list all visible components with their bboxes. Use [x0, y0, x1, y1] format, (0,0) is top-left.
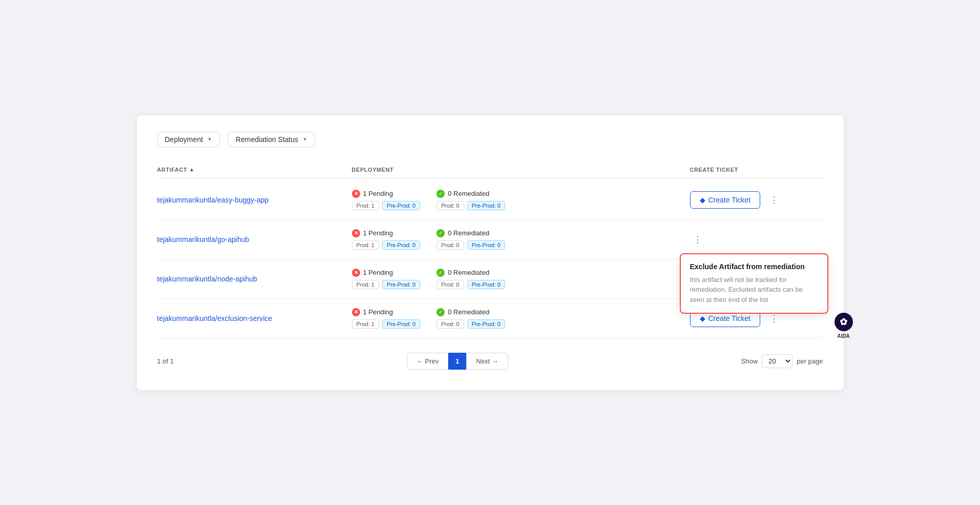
pending-prod-tag: Prod: 1: [352, 319, 379, 329]
pending-status: ✕ 1 Pending: [352, 269, 421, 277]
per-page-select[interactable]: 20 50 100: [762, 354, 793, 368]
col-artifact: ARTIFACT ▲: [157, 167, 352, 173]
remediated-prod-tag: Prod: 0: [436, 319, 464, 329]
pending-status: ✕ 1 Pending: [352, 229, 421, 237]
more-options-button[interactable]: ⋮: [690, 233, 705, 246]
deployment-cell: ✕ 1 Pending Prod: 1 Pre-Prod: 0 ✓ 0 Reme…: [352, 229, 690, 250]
remediated-tags: Prod: 0 Pre-Prod: 0: [436, 201, 505, 210]
deployment-filter[interactable]: Deployment ▼: [157, 132, 220, 147]
remediated-preprod-tag: Pre-Prod: 0: [467, 201, 505, 210]
artifact-link[interactable]: tejakummarikuntla/easy-buggy-app: [157, 196, 269, 204]
remediated-preprod-tag: Pre-Prod: 0: [467, 280, 505, 289]
table-header: ARTIFACT ▲ DEPLOYMENT CREATE TICKET: [157, 161, 823, 178]
col-deployment: DEPLOYMENT: [352, 167, 690, 173]
remediated-prod-tag: Prod: 0: [436, 280, 464, 289]
sort-icon: ▲: [189, 167, 194, 172]
col-create-ticket: CREATE TICKET: [690, 167, 823, 173]
ticket-cell: ◆ Create Ticket ⋮: [690, 191, 823, 209]
table-row: tejakummarikuntla/go-apihub ✕ 1 Pending …: [157, 220, 823, 259]
more-options-button[interactable]: ⋮: [766, 193, 782, 207]
artifact-link[interactable]: tejakummarikuntla/node-apihub: [157, 275, 257, 283]
pending-tags: Prod: 1 Pre-Prod: 0: [352, 201, 421, 210]
deployment-cell: ✕ 1 Pending Prod: 1 Pre-Prod: 0 ✓ 0 Reme…: [352, 308, 690, 329]
artifact-link[interactable]: tejakummarikuntla/go-apihub: [157, 235, 249, 244]
artifact-cell: tejakummarikuntla/go-apihub: [157, 235, 352, 244]
aida-icon: ✿: [835, 313, 853, 331]
filters-row: Deployment ▼ Remediation Status ▼: [157, 132, 823, 147]
deployment-cell: ✕ 1 Pending Prod: 1 Pre-Prod: 0 ✓ 0 Reme…: [352, 190, 690, 210]
remediated-status: ✓ 0 Remediated: [436, 229, 505, 237]
remediated-block: ✓ 0 Remediated Prod: 0 Pre-Prod: 0: [436, 229, 505, 250]
diamond-icon: ◆: [700, 314, 705, 322]
per-page-controls: Show 20 50 100 per page: [741, 354, 823, 368]
pending-preprod-tag: Pre-Prod: 0: [382, 319, 420, 329]
remediated-prod-tag: Prod: 0: [436, 240, 464, 250]
artifact-cell: tejakummarikuntla/easy-buggy-app: [157, 195, 352, 205]
pending-prod-tag: Prod: 1: [352, 240, 379, 250]
pending-block: ✕ 1 Pending Prod: 1 Pre-Prod: 0: [352, 229, 421, 250]
exclude-artifact-tooltip: Exclude Artifact from remediation this a…: [680, 253, 828, 314]
pending-prod-tag: Prod: 1: [352, 280, 379, 289]
pending-block: ✕ 1 Pending Prod: 1 Pre-Prod: 0: [352, 190, 421, 210]
diamond-icon: ◆: [700, 196, 705, 204]
remediated-prod-tag: Prod: 0: [436, 201, 464, 210]
page-info: 1 of 1: [157, 357, 174, 365]
remediated-status: ✓ 0 Remediated: [436, 190, 505, 198]
pending-icon: ✕: [352, 269, 360, 277]
tooltip-description: this artifact will not be tracked for re…: [690, 275, 818, 305]
deployment-chevron-icon: ▼: [207, 136, 212, 142]
pagination-row: 1 of 1 ← Prev 1 Next → Show 20 50 100 pe…: [157, 353, 823, 370]
remediated-tags: Prod: 0 Pre-Prod: 0: [436, 240, 505, 250]
pending-status: ✕ 1 Pending: [352, 308, 421, 316]
pending-tags: Prod: 1 Pre-Prod: 0: [352, 280, 421, 289]
remediation-status-filter-label: Remediation Status: [236, 135, 298, 144]
pending-prod-tag: Prod: 1: [352, 201, 379, 210]
table-row: tejakummarikuntla/easy-buggy-app ✕ 1 Pen…: [157, 180, 823, 220]
remediated-block: ✓ 0 Remediated Prod: 0 Pre-Prod: 0: [436, 269, 505, 289]
tooltip-title: Exclude Artifact from remediation: [690, 262, 818, 271]
pending-tags: Prod: 1 Pre-Prod: 0: [352, 319, 421, 329]
remediation-status-filter[interactable]: Remediation Status ▼: [228, 132, 315, 147]
pending-icon: ✕: [352, 190, 360, 198]
remediated-icon: ✓: [436, 308, 445, 316]
main-container: Deployment ▼ Remediation Status ▼ ARTIFA…: [137, 115, 844, 390]
artifact-cell: tejakummarikuntla/node-apihub: [157, 274, 352, 284]
deployment-filter-label: Deployment: [165, 135, 203, 144]
pending-tags: Prod: 1 Pre-Prod: 0: [352, 240, 421, 250]
pagination-controls: ← Prev 1 Next →: [407, 353, 508, 370]
pending-preprod-tag: Pre-Prod: 0: [382, 240, 420, 250]
artifact-cell: tejakummarikuntla/exclusion-service: [157, 314, 352, 323]
per-page-suffix: per page: [797, 357, 823, 365]
pending-preprod-tag: Pre-Prod: 0: [382, 201, 420, 210]
remediated-block: ✓ 0 Remediated Prod: 0 Pre-Prod: 0: [436, 308, 505, 329]
prev-page-button[interactable]: ← Prev: [407, 353, 448, 370]
aida-flower-icon: ✿: [840, 316, 847, 328]
remediated-tags: Prod: 0 Pre-Prod: 0: [436, 319, 505, 329]
remediation-chevron-icon: ▼: [302, 136, 307, 142]
ticket-cell: ⋮ Exclude Artifact from remediation this…: [690, 233, 823, 246]
remediated-tags: Prod: 0 Pre-Prod: 0: [436, 280, 505, 289]
pending-icon: ✕: [352, 308, 360, 316]
pending-icon: ✕: [352, 229, 360, 237]
remediated-block: ✓ 0 Remediated Prod: 0 Pre-Prod: 0: [436, 190, 505, 210]
aida-button[interactable]: ✿ AIDA: [835, 313, 853, 339]
aida-label: AIDA: [837, 333, 849, 339]
remediated-status: ✓ 0 Remediated: [436, 269, 505, 277]
remediated-icon: ✓: [436, 190, 445, 198]
pending-status: ✕ 1 Pending: [352, 190, 421, 198]
deployment-cell: ✕ 1 Pending Prod: 1 Pre-Prod: 0 ✓ 0 Reme…: [352, 269, 690, 289]
pending-block: ✕ 1 Pending Prod: 1 Pre-Prod: 0: [352, 269, 421, 289]
pending-preprod-tag: Pre-Prod: 0: [382, 280, 420, 289]
current-page-button[interactable]: 1: [448, 353, 466, 370]
artifact-link[interactable]: tejakummarikuntla/exclusion-service: [157, 314, 273, 322]
remediated-preprod-tag: Pre-Prod: 0: [467, 319, 505, 329]
remediated-preprod-tag: Pre-Prod: 0: [467, 240, 505, 250]
remediated-status: ✓ 0 Remediated: [436, 308, 505, 316]
pending-block: ✕ 1 Pending Prod: 1 Pre-Prod: 0: [352, 308, 421, 329]
show-label: Show: [741, 357, 758, 365]
remediated-icon: ✓: [436, 229, 445, 237]
create-ticket-button[interactable]: ◆ Create Ticket: [690, 191, 760, 209]
next-page-button[interactable]: Next →: [466, 353, 508, 370]
remediated-icon: ✓: [436, 269, 445, 277]
